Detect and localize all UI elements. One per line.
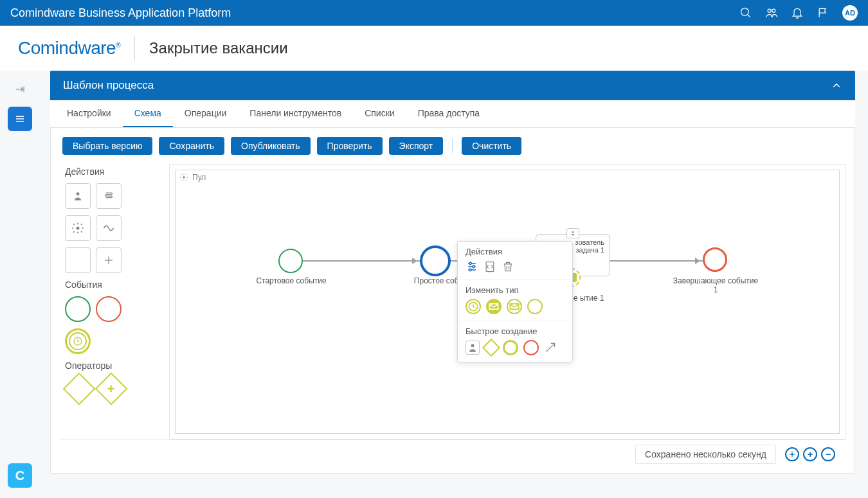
palette-script-task[interactable] [96, 183, 122, 209]
flag-icon[interactable] [817, 6, 829, 19]
popup-quick-create-title: Быстрое создание [466, 326, 565, 336]
tabs: Настройки Схема Операции Панели инструме… [50, 100, 855, 128]
palette-gateway-plus[interactable]: + [95, 373, 128, 405]
svg-point-18 [473, 265, 475, 267]
bell-icon[interactable] [791, 6, 804, 19]
panel-title: Шаблон процесса [63, 79, 154, 92]
svg-line-1 [748, 15, 750, 17]
create-gateway[interactable] [482, 339, 500, 357]
gear-icon [179, 173, 188, 182]
intermediate-event-node[interactable] [420, 245, 451, 276]
arrow-1[interactable] [303, 260, 420, 262]
content: Шаблон процесса Настройки Схема Операции… [40, 71, 868, 498]
page-title: Закрытие вакансии [149, 39, 288, 57]
tab-toolbars[interactable]: Панели инструментов [238, 100, 353, 127]
create-intermediate[interactable] [503, 340, 518, 355]
type-blank[interactable] [527, 299, 543, 314]
palette-events-title: События [65, 280, 158, 290]
avatar[interactable]: AD [842, 5, 858, 21]
collapse-button[interactable] [8, 77, 32, 102]
svg-point-8 [77, 227, 80, 230]
type-message-throw[interactable] [507, 299, 522, 314]
palette: Действия События [60, 164, 163, 440]
svg-point-7 [77, 192, 80, 195]
publish-button[interactable]: Опубликовать [231, 137, 311, 155]
panel-header[interactable]: Шаблон процесса [50, 71, 855, 100]
zoom-out-button[interactable]: − [821, 447, 835, 461]
palette-blank-task[interactable] [65, 247, 91, 273]
palette-start-event[interactable] [65, 296, 91, 322]
main: C Шаблон процесса Настройки Схема Операц… [0, 71, 868, 498]
palette-add-task[interactable] [96, 247, 122, 273]
create-user-task[interactable] [466, 341, 480, 355]
tab-settings[interactable]: Настройки [55, 100, 123, 127]
export-button[interactable]: Экспорт [389, 137, 444, 155]
svg-point-24 [471, 344, 475, 347]
type-message-catch[interactable] [486, 299, 502, 314]
svg-point-0 [741, 8, 749, 16]
users-icon[interactable] [765, 6, 778, 19]
select-version-button[interactable]: Выбрать версию [62, 137, 152, 155]
tab-operations[interactable]: Операции [173, 100, 239, 127]
save-status: Сохранено несколько секунд [635, 445, 776, 464]
left-rail: C [0, 71, 40, 498]
pool-label: Пул [179, 173, 206, 182]
svg-point-12 [183, 176, 185, 179]
palette-timer-event[interactable] [65, 328, 91, 354]
user-icon [566, 228, 579, 238]
start-event-label: Стартовое событие [246, 276, 336, 285]
palette-gateway[interactable] [63, 373, 96, 405]
type-timer[interactable] [466, 299, 481, 314]
svg-point-19 [469, 269, 471, 271]
zoom-in-button[interactable]: + [803, 447, 817, 461]
palette-operators-title: Операторы [65, 360, 158, 371]
palette-actions-title: Действия [65, 166, 158, 177]
comindware-icon[interactable]: C [8, 463, 32, 488]
check-button[interactable]: Проверить [317, 137, 383, 155]
workspace: Выбрать версию Сохранить Опубликовать Пр… [50, 128, 855, 474]
rail-footer: C [8, 463, 32, 488]
create-end[interactable] [523, 340, 539, 355]
editor: Действия События [60, 164, 845, 440]
end-event-node[interactable] [703, 247, 727, 272]
svg-point-13 [572, 231, 574, 233]
svg-point-2 [768, 9, 771, 12]
chevron-up-icon[interactable] [831, 80, 842, 91]
palette-service-task[interactable] [65, 215, 91, 241]
header-bar: Comindware® Закрытие вакансии [0, 26, 868, 71]
topbar-actions: AD [739, 5, 858, 21]
popup-actions-title: Действия [466, 247, 565, 256]
zoom-fit-button[interactable] [785, 447, 799, 461]
script-icon[interactable] [484, 260, 496, 273]
divider [134, 36, 135, 60]
canvas[interactable]: Пул Стартовое событие Простое собы зоват… [169, 164, 845, 440]
search-icon[interactable] [739, 6, 752, 19]
svg-point-17 [469, 262, 471, 264]
zoom-controls: + − [785, 447, 835, 461]
palette-end-event[interactable] [96, 296, 122, 322]
arrow-3[interactable] [610, 260, 703, 262]
create-arrow[interactable] [544, 341, 557, 354]
tab-permissions[interactable]: Права доступа [406, 100, 491, 127]
menu-button[interactable] [8, 107, 32, 131]
clear-button[interactable]: Очистить [462, 137, 521, 155]
logo: Comindware® [18, 38, 120, 58]
footer: Сохранено несколько секунд + − [60, 440, 845, 468]
app-title: Comindware Business Application Platform [10, 6, 231, 20]
settings-icon[interactable] [466, 260, 478, 273]
start-event-node[interactable] [278, 249, 303, 273]
end-event-label: Завершающее событие 1 [671, 276, 761, 294]
action-buttons: Выбрать версию Сохранить Опубликовать Пр… [62, 137, 845, 155]
trash-icon[interactable] [502, 260, 514, 273]
palette-signal-task[interactable] [96, 215, 122, 241]
separator [452, 139, 453, 153]
context-popup: Действия Изменить тип [457, 241, 573, 362]
svg-point-3 [772, 9, 775, 12]
tab-diagram[interactable]: Схема [123, 100, 173, 127]
svg-point-27 [791, 453, 793, 455]
save-button[interactable]: Сохранить [159, 137, 224, 155]
tab-lists[interactable]: Списки [353, 100, 406, 127]
pool[interactable]: Пул Стартовое событие Простое собы зоват… [175, 170, 840, 434]
palette-user-task[interactable] [65, 183, 91, 209]
popup-change-type-title: Изменить тип [466, 285, 565, 295]
